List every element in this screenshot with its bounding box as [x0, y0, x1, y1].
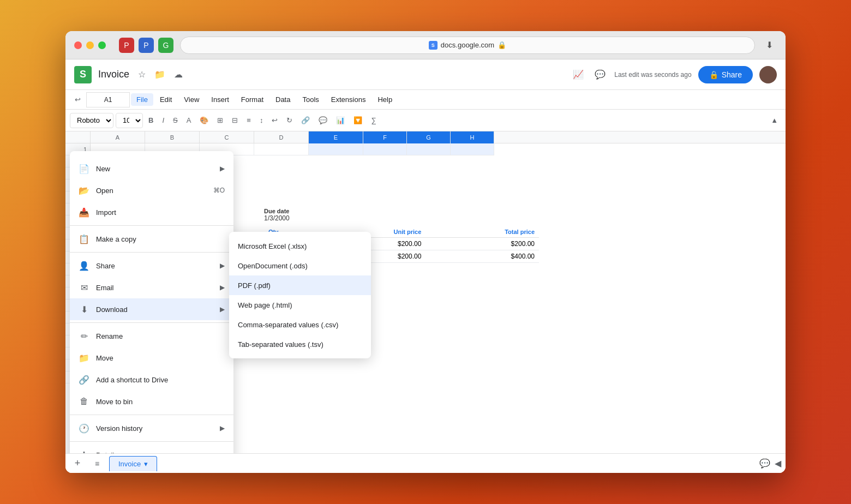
- download-xlsx[interactable]: Microsoft Excel (.xlsx): [229, 236, 371, 256]
- comment-button[interactable]: 💬: [315, 114, 331, 127]
- align-button[interactable]: ≡: [243, 114, 254, 127]
- download-html[interactable]: Web page (.html): [229, 295, 371, 315]
- chart-icon[interactable]: 📈: [571, 67, 586, 82]
- download-icon: ⬇: [79, 304, 89, 315]
- minimize-button[interactable]: [86, 41, 94, 49]
- menu-item-new[interactable]: 📄 New ▶: [70, 158, 233, 179]
- fill-color-button[interactable]: 🎨: [196, 114, 212, 127]
- rename-icon: ✏: [79, 331, 89, 341]
- email-label: Email: [96, 284, 213, 292]
- download-label: Download: [96, 305, 213, 314]
- col-header-b[interactable]: B: [145, 131, 200, 143]
- sheets-logo-letter: S: [80, 69, 86, 80]
- borders-button[interactable]: ⊞: [214, 114, 226, 127]
- menu-item-rename[interactable]: ✏ Rename: [70, 325, 233, 347]
- menu-data[interactable]: Data: [270, 93, 296, 106]
- download-pdf[interactable]: PDF (.pdf): [229, 275, 371, 295]
- download-csv[interactable]: Comma-separated values (.csv): [229, 315, 371, 334]
- chart-button[interactable]: 📊: [333, 114, 348, 127]
- col-header-h[interactable]: H: [451, 131, 494, 143]
- rotate-button[interactable]: ↻: [283, 114, 296, 127]
- function-button[interactable]: ∑: [368, 114, 379, 127]
- close-button[interactable]: [74, 41, 82, 49]
- menu-bar: ↩ A1 File Edit View Insert Format Data T…: [65, 90, 786, 110]
- sheets-logo: S: [74, 66, 92, 83]
- sheet-tab-invoice[interactable]: Invoice ▾: [109, 456, 157, 471]
- traffic-lights: [74, 41, 106, 49]
- collapse-toolbar-button[interactable]: ▲: [768, 114, 781, 127]
- menu-item-import[interactable]: 📥 Import: [70, 201, 233, 223]
- csv-label: Comma-separated values (.csv): [238, 321, 338, 329]
- extension-icon-blue[interactable]: P: [139, 38, 154, 53]
- download-tsv[interactable]: Tab-separated values (.tsv): [229, 334, 371, 354]
- menu-item-move-to-bin[interactable]: 🗑 Move to bin: [70, 391, 233, 412]
- menu-item-move[interactable]: 📁 Move: [70, 347, 233, 369]
- text-color-button[interactable]: A: [183, 114, 195, 127]
- maximize-button[interactable]: [98, 41, 106, 49]
- folder-icon[interactable]: 📁: [152, 67, 167, 82]
- add-sheet-button[interactable]: +: [70, 456, 85, 471]
- browser-extension-icons: P P G: [119, 38, 173, 53]
- browser-download-icon[interactable]: ⬇: [762, 38, 777, 53]
- menu-insert[interactable]: Insert: [206, 93, 235, 106]
- header-right: 📈 💬 Last edit was seconds ago 🔒 Share: [571, 66, 777, 83]
- col-header-c[interactable]: C: [200, 131, 254, 143]
- menu-item-open[interactable]: 📂 Open ⌘O: [70, 179, 233, 201]
- menu-tools[interactable]: Tools: [297, 93, 324, 106]
- comment-icon[interactable]: 💬: [592, 67, 608, 82]
- undo-button[interactable]: ↩: [70, 92, 85, 107]
- email-icon: ✉: [79, 282, 89, 293]
- sidebar-toggle-icon[interactable]: ◀: [775, 458, 781, 469]
- col-header-a[interactable]: A: [91, 131, 145, 143]
- download-submenu[interactable]: Microsoft Excel (.xlsx) OpenDocument (.o…: [229, 232, 371, 358]
- wrap-button[interactable]: ↩: [268, 114, 281, 127]
- due-date-label: Due date: [264, 208, 539, 214]
- menu-view[interactable]: View: [178, 93, 205, 106]
- menu-extensions[interactable]: Extensions: [326, 93, 371, 106]
- browser-chrome: P P G S docs.google.com 🔒 ⬇: [65, 31, 786, 59]
- menu-help[interactable]: Help: [372, 93, 398, 106]
- menu-item-share[interactable]: 👤 Share ▶: [70, 255, 233, 277]
- link-button[interactable]: 🔗: [298, 114, 313, 127]
- sheet-list-button[interactable]: ≡: [89, 456, 105, 471]
- address-bar[interactable]: S docs.google.com 🔒: [180, 37, 755, 54]
- menu-item-add-shortcut[interactable]: 🔗 Add a shortcut to Drive: [70, 369, 233, 391]
- filter-button[interactable]: 🔽: [350, 114, 365, 127]
- valign-button[interactable]: ↕: [256, 114, 267, 127]
- chat-icon[interactable]: 💬: [759, 458, 770, 469]
- menu-format[interactable]: Format: [236, 93, 269, 106]
- menu-edit[interactable]: Edit: [154, 93, 177, 106]
- italic-button[interactable]: I: [159, 114, 167, 127]
- font-family-select[interactable]: Roboto: [70, 113, 113, 128]
- col-header-e[interactable]: E: [309, 131, 363, 143]
- menu-file[interactable]: File: [131, 93, 153, 106]
- bottom-bar: + ≡ Invoice ▾ 💬 ◀: [65, 453, 786, 473]
- bottom-right-icons: 💬 ◀: [759, 458, 781, 469]
- font-size-select[interactable]: 10: [116, 113, 143, 128]
- share-button[interactable]: 🔒 Share: [698, 66, 753, 83]
- doc-title[interactable]: Invoice: [98, 69, 129, 80]
- menu-item-version-history[interactable]: 🕐 Version history ▶: [70, 417, 233, 439]
- file-menu[interactable]: 📄 New ▶ 📂 Open ⌘O 📥 Import: [70, 151, 233, 453]
- app-content: S Invoice ☆ 📁 ☁ 📈 💬 Last edit was second…: [65, 59, 786, 473]
- menu-item-email[interactable]: ✉ Email ▶: [70, 277, 233, 298]
- user-avatar[interactable]: [759, 66, 777, 83]
- extension-icon-green[interactable]: G: [158, 38, 173, 53]
- menu-item-download[interactable]: ⬇ Download ▶: [70, 298, 233, 320]
- menu-item-make-copy[interactable]: 📋 Make a copy: [70, 228, 233, 250]
- app-header: S Invoice ☆ 📁 ☁ 📈 💬 Last edit was second…: [65, 59, 786, 90]
- column-headers: A B C D E F G H: [91, 131, 786, 143]
- col-header-d[interactable]: D: [254, 131, 309, 143]
- strikethrough-button[interactable]: S: [170, 114, 181, 127]
- download-ods[interactable]: OpenDocument (.ods): [229, 256, 371, 275]
- pdf-label: PDF (.pdf): [238, 281, 271, 290]
- col-header-g[interactable]: G: [407, 131, 451, 143]
- bold-button[interactable]: B: [145, 114, 157, 127]
- menu-item-details[interactable]: ℹ Details: [70, 444, 233, 453]
- cloud-icon[interactable]: ☁: [172, 67, 185, 82]
- extension-icon-red[interactable]: P: [119, 38, 134, 53]
- merge-button[interactable]: ⊟: [229, 114, 241, 127]
- cell-reference-box[interactable]: A1: [86, 92, 130, 107]
- col-header-f[interactable]: F: [363, 131, 407, 143]
- star-icon[interactable]: ☆: [136, 67, 148, 82]
